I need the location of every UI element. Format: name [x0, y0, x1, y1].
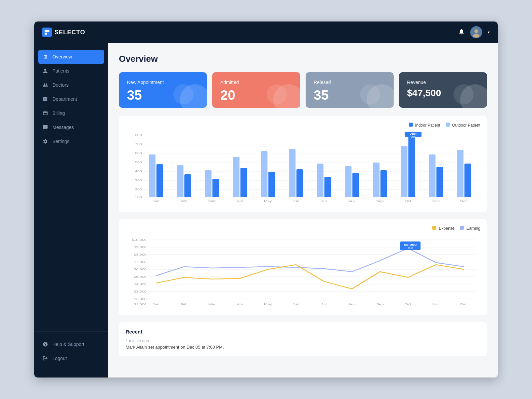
sidebar-item-overview[interactable]: ⊞ Overview	[38, 50, 104, 64]
svg-rect-35	[373, 163, 379, 197]
svg-rect-34	[352, 173, 359, 197]
svg-text:$4,000: $4,000	[134, 282, 146, 286]
svg-rect-43	[436, 167, 443, 197]
bar-legend-outdoor: Outdoor Patient	[446, 123, 480, 128]
svg-rect-20	[157, 164, 163, 197]
overview-icon: ⊞	[42, 54, 48, 60]
svg-text:Dec: Dec	[460, 200, 468, 203]
svg-rect-36	[381, 170, 387, 197]
line-chart-card: Expense Earning	[119, 219, 487, 315]
svg-rect-23	[205, 170, 211, 197]
svg-text:700: 700	[409, 132, 416, 136]
svg-text:Oct: Oct	[410, 135, 416, 138]
svg-rect-37	[401, 146, 407, 197]
svg-text:Nov: Nov	[432, 200, 440, 203]
messages-icon	[42, 124, 48, 130]
svg-rect-29	[289, 149, 295, 197]
recent-time: 1 minute ago	[126, 339, 480, 343]
svg-text:100: 100	[135, 195, 142, 199]
svg-rect-22	[184, 174, 191, 197]
sidebar-item-logout[interactable]: Logout	[34, 351, 108, 365]
recent-title: Recent	[126, 329, 480, 335]
sidebar-item-settings[interactable]: Settings	[34, 134, 108, 148]
svg-text:Feb: Feb	[180, 303, 188, 306]
nav-right: ▾	[458, 26, 490, 38]
logout-icon	[42, 355, 48, 361]
svg-text:200: 200	[135, 188, 142, 191]
line-chart-area: $10,000 $9,000 $8,000 $7,000 $6,000 $5,0…	[126, 235, 480, 309]
bar-chart-card: Indoor Patient Outdoor Patient	[119, 116, 487, 212]
sidebar-label-help: Help & Support	[52, 342, 84, 347]
sidebar-label-settings: Settings	[52, 139, 70, 144]
app-name: SELECTO	[54, 29, 85, 36]
sidebar-item-department[interactable]: Department	[34, 92, 108, 106]
patients-icon	[42, 68, 48, 74]
billing-icon	[42, 110, 48, 116]
avatar[interactable]	[470, 26, 482, 38]
svg-text:Nov: Nov	[432, 303, 440, 306]
line-chart-svg: $10,000 $9,000 $8,000 $7,000 $6,000 $5,0…	[126, 235, 480, 309]
svg-text:Oct: Oct	[405, 200, 411, 203]
doctors-icon	[42, 82, 48, 88]
recent-section: Recent 1 minute ago Mark Allain set appo…	[119, 322, 487, 356]
svg-rect-30	[297, 169, 303, 197]
svg-text:May: May	[264, 200, 272, 203]
department-icon	[42, 96, 48, 102]
sidebar-nav: ⊞ Overview Patients Doctors	[34, 50, 108, 331]
top-nav: SELECTO ▾	[34, 21, 498, 43]
stat-label-1: Admitted	[220, 80, 292, 85]
earning-dot	[460, 226, 464, 230]
stat-card-new-appointment: New Appointment 35	[119, 72, 207, 108]
stat-label-2: Relesed	[314, 80, 386, 85]
bar-chart-area: 800 700 600 500 400 300 200 100	[126, 132, 480, 206]
indoor-dot	[409, 123, 413, 127]
svg-text:400: 400	[135, 170, 142, 173]
svg-rect-28	[268, 172, 275, 197]
sidebar-label-overview: Overview	[52, 54, 72, 59]
sidebar-bottom: Help & Support Logout	[34, 331, 108, 371]
stat-label-3: Revenue	[407, 80, 479, 85]
svg-text:Mar: Mar	[208, 303, 216, 306]
svg-rect-44	[457, 150, 463, 197]
svg-rect-25	[233, 157, 239, 197]
svg-text:$9,000: $9,000	[134, 246, 146, 249]
svg-point-1	[474, 29, 478, 33]
line-chart-legend: Expense Earning	[126, 226, 480, 231]
svg-text:$8,000: $8,000	[134, 253, 146, 256]
bar-legend-indoor: Indoor Patient	[409, 123, 440, 128]
stat-card-admitted: Admitted 20	[212, 72, 300, 108]
sidebar-label-patients: Patients	[52, 68, 70, 74]
help-icon	[42, 341, 48, 347]
sidebar-item-doctors[interactable]: Doctors	[34, 78, 108, 92]
svg-text:Jan: Jan	[152, 200, 159, 203]
stat-card-revenue: Revenue $47,500	[399, 72, 487, 108]
dropdown-arrow-icon[interactable]: ▾	[488, 30, 490, 35]
sidebar-label-billing: Billing	[52, 110, 65, 116]
stat-cards: New Appointment 35 Admitted 20 Relesed 3…	[119, 72, 487, 108]
sidebar: ⊞ Overview Patients Doctors	[34, 43, 108, 378]
sidebar-label-messages: Messages	[52, 125, 74, 130]
svg-text:Aug: Aug	[348, 303, 356, 306]
svg-text:500: 500	[135, 161, 142, 164]
svg-text:600: 600	[135, 151, 142, 155]
svg-text:800: 800	[135, 133, 142, 137]
svg-rect-26	[240, 168, 247, 197]
sidebar-item-patients[interactable]: Patients	[34, 64, 108, 78]
page-title: Overview	[119, 54, 487, 64]
sidebar-label-doctors: Doctors	[52, 82, 69, 88]
sidebar-item-messages[interactable]: Messages	[34, 120, 108, 134]
svg-text:Apr: Apr	[237, 303, 243, 306]
svg-rect-42	[429, 154, 435, 197]
svg-text:Dec: Dec	[460, 303, 468, 306]
bell-icon[interactable]	[458, 28, 465, 37]
main-body: ⊞ Overview Patients Doctors	[34, 43, 498, 378]
svg-text:May: May	[264, 303, 272, 306]
sidebar-item-billing[interactable]: Billing	[34, 106, 108, 120]
svg-rect-24	[212, 179, 219, 197]
stat-label-0: New Appointment	[127, 80, 199, 85]
sidebar-item-help[interactable]: Help & Support	[34, 337, 108, 351]
svg-text:Jan: Jan	[152, 303, 159, 306]
svg-text:Jun: Jun	[293, 303, 299, 306]
logo-icon	[42, 28, 52, 37]
svg-rect-38	[408, 135, 415, 197]
